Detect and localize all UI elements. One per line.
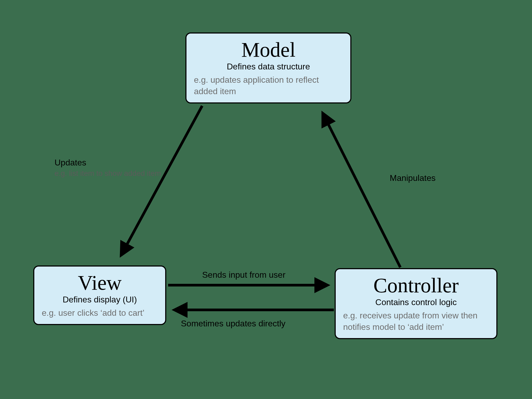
view-node: View Defines display (UI) e.g. user clic… [33,265,166,325]
view-title: View [42,272,158,294]
label-manipulates-text: Manipulates [390,173,436,183]
model-title: Model [194,39,343,61]
model-example: e.g. updates application to reflect adde… [194,74,343,97]
label-sometimes-updates-text: Sometimes updates directly [181,319,285,328]
controller-node: Controller Contains control logic e.g. r… [335,268,497,339]
view-example: e.g. user clicks ‘add to cart’ [42,307,158,319]
view-subtitle: Defines display (UI) [42,295,158,305]
arrow-model-to-view [121,106,202,255]
label-sends-input-text: Sends input from user [202,270,285,280]
model-subtitle: Defines data structure [194,62,343,72]
controller-subtitle: Contains control logic [343,297,489,307]
label-manipulates: Manipulates [390,172,436,184]
label-updates: Updates e.g. list item to show added ite… [55,157,166,178]
label-sometimes-updates: Sometimes updates directly [181,318,285,329]
model-node: Model Defines data structure e.g. update… [185,32,351,103]
label-sends-input: Sends input from user [202,269,285,281]
label-updates-sub: e.g. list item to show added item [55,168,166,178]
arrow-controller-to-model [323,113,400,267]
controller-title: Controller [343,275,489,296]
label-updates-text: Updates [55,158,86,167]
controller-example: e.g. receives update from view then noti… [343,310,489,333]
